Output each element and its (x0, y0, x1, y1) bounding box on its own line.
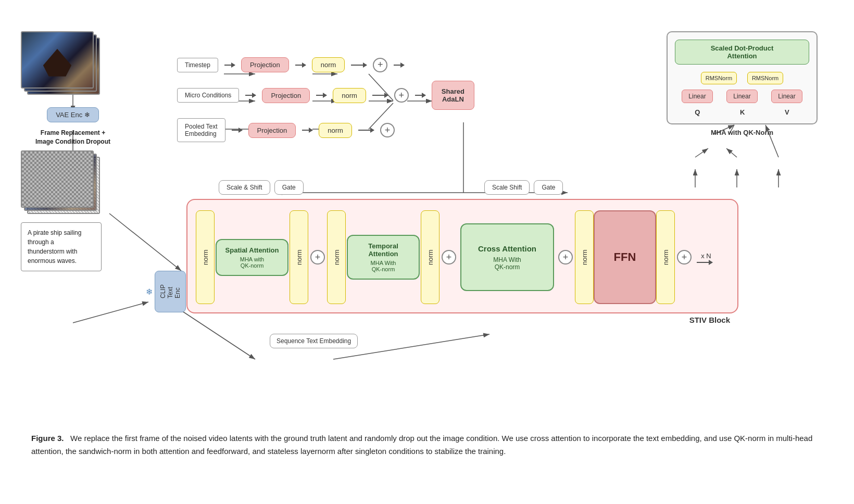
q-label: Q (695, 108, 700, 116)
timestep-row: Timestep Projection norm + (177, 57, 474, 72)
projection-box-3: Projection (248, 123, 296, 138)
left-section: VAE Enc ❄ Frame Replacement +Image Condi… (21, 31, 125, 271)
norm-vert-1: norm (196, 210, 215, 304)
ship-image-stack (21, 31, 104, 99)
caption-text: A pirate ship sailingthrough athundersto… (28, 229, 81, 264)
norm-vert-2: norm (290, 210, 308, 304)
cross-attention-block: Cross Attention MHA WithQK-norm (460, 223, 554, 291)
plus-circle-2: + (394, 88, 409, 103)
xn-label: x N (701, 252, 711, 260)
stiv-block-outer: norm Spatial Attention MHA withQK-norm n… (186, 199, 738, 324)
plus-circle-1: + (373, 58, 387, 72)
conditioning-rows: Timestep Projection norm + (177, 57, 474, 150)
norm-vert-5: norm (575, 210, 594, 304)
norm-vert-3: norm (327, 210, 346, 304)
vae-label: VAE Enc (56, 111, 82, 119)
svg-line-26 (726, 148, 737, 157)
mha-box: Scaled Dot-ProductAttention RMSNorm RMSN… (667, 31, 818, 124)
projection-box-2: Projection (262, 88, 310, 103)
frame-replacement-text: Frame Replacement +Image Condition Dropo… (21, 129, 125, 146)
image-caption-box: A pirate ship sailingthrough athundersto… (21, 222, 102, 271)
rmsnorm-box-2: RMSNorm (747, 72, 783, 84)
stiv-label: STIV Block (186, 316, 730, 324)
svg-line-5 (73, 302, 148, 323)
left-scale-shift-row: Scale & Shift Gate (219, 180, 304, 195)
norm-box-2: norm (333, 88, 366, 103)
norm-vert-6: norm (656, 210, 675, 304)
noisy-layer-front (21, 150, 94, 208)
clip-enc-box: CLIPTextEnc (155, 271, 186, 312)
mha-inset-wrapper: Scaled Dot-ProductAttention RMSNorm RMSN… (667, 31, 818, 136)
figure-num: Figure 3. (31, 434, 64, 443)
norm-box-1: norm (312, 57, 345, 72)
norm-box-3: norm (319, 123, 352, 138)
plus-circle-3: + (380, 123, 395, 137)
rmsnorm-row: RMSNorm RMSNorm (675, 72, 809, 84)
k-label: K (740, 108, 745, 116)
plus-circle-temporal: + (442, 250, 456, 264)
xn-wrapper: x N (697, 252, 712, 263)
noisy-image-stack (21, 150, 104, 218)
diagram-area: VAE Enc ❄ Frame Replacement +Image Condi… (21, 16, 833, 422)
pooled-text-row: Pooled TextEmbedding Projection norm + (177, 118, 474, 142)
snowflake-icon: ❄ (84, 111, 90, 119)
seq-text-embed-wrapper: Sequence Text Embedding (270, 334, 358, 348)
stiv-block: norm Spatial Attention MHA withQK-norm n… (186, 199, 738, 313)
v-label: V (785, 108, 789, 116)
plus-circle-cross: + (558, 250, 573, 264)
pooled-text-input: Pooled TextEmbedding (177, 118, 225, 142)
temporal-attention-block: Temporal Attention MHA WithQK-norm (347, 235, 420, 280)
ffn-block: FFN (594, 210, 656, 304)
caption-section: Figure 3. We replace the first frame of … (21, 432, 833, 458)
linear-box-1: Linear (682, 90, 712, 103)
mha-label: MHA with QK-Norm (667, 129, 818, 136)
right-gate-box: Gate (534, 180, 563, 195)
qkv-row: Q K V (675, 108, 809, 116)
caption-text: We replace the first frame of the noised… (31, 434, 812, 456)
clip-snowflake-icon: ❄ (146, 287, 153, 297)
norm-vert-4: norm (421, 210, 439, 304)
micro-cond-input: Micro Conditions (177, 88, 239, 103)
svg-line-25 (695, 148, 708, 157)
vae-enc-box: VAE Enc ❄ (47, 107, 99, 122)
linear-box-2: Linear (726, 90, 757, 103)
plus-circle-spatial: + (310, 250, 325, 264)
shared-adaln-box: SharedAdaLN (432, 81, 474, 110)
right-scale-shift-box: Scale Shift (484, 180, 530, 195)
seq-text-embed-box: Sequence Text Embedding (270, 334, 358, 348)
projection-box-1: Projection (241, 57, 289, 72)
scaled-dot-product-title: Scaled Dot-ProductAttention (675, 40, 809, 65)
main-container: VAE Enc ❄ Frame Replacement +Image Condi… (0, 0, 854, 504)
rmsnorm-box-1: RMSNorm (701, 72, 737, 84)
plus-circle-ffn: + (677, 250, 692, 264)
micro-cond-row: Micro Conditions Projection norm + (177, 81, 474, 110)
spatial-attention-block: Spatial Attention MHA withQK-norm (216, 239, 288, 276)
img-layer-front (21, 31, 94, 89)
right-scale-shift-row: Scale Shift Gate (484, 180, 563, 195)
timestep-input: Timestep (177, 58, 218, 72)
left-gate-box: Gate (274, 180, 304, 195)
left-scale-shift-box: Scale & Shift (219, 180, 270, 195)
linear-row: Linear Linear Linear (675, 90, 809, 103)
linear-box-3: Linear (771, 90, 802, 103)
clip-enc-wrapper: ❄ CLIPTextEnc (146, 271, 186, 312)
